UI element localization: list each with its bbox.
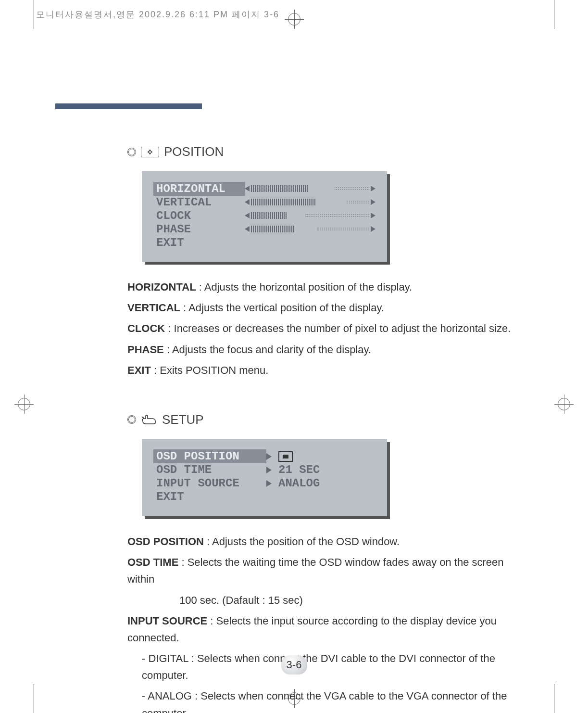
page-number: 3-6	[281, 655, 307, 675]
osd-value: ANALOG	[278, 477, 320, 490]
desc-line: OSD POSITION : Adjusts the position of t…	[127, 533, 526, 550]
arrow-right-icon	[371, 186, 375, 191]
osd-value: 21 SEC	[278, 463, 320, 476]
osd-row-horizontal[interactable]: HORIZONTAL	[153, 182, 375, 195]
print-header: 모니터사용설명서,영문 2002.9.26 6:11 PM 페이지 3-6	[36, 9, 279, 20]
slider[interactable]	[245, 199, 375, 205]
arrow-left-icon	[245, 199, 250, 205]
osd-label: VERTICAL	[153, 195, 245, 209]
arrow-right-icon	[371, 226, 375, 232]
desc-line: INPUT SOURCE : Selects the input source …	[127, 612, 526, 646]
arrow-right-icon	[266, 453, 272, 460]
desc-line: OSD TIME : Selects the waiting time the …	[127, 554, 526, 587]
desc-line: CLOCK : Increases or decreases the numbe…	[127, 320, 526, 337]
osd-label: CLOCK	[153, 209, 245, 223]
registration-mark-left	[14, 395, 34, 414]
slider[interactable]	[245, 212, 375, 219]
desc-line: VERTICAL : Adjusts the vertical position…	[127, 299, 526, 316]
osd-label: HORIZONTAL	[153, 182, 245, 196]
bullet-ring-icon	[127, 148, 136, 156]
osd-row-osd-time[interactable]: OSD TIME 21 SEC	[153, 463, 375, 477]
osd-row-phase[interactable]: PHASE	[153, 222, 375, 236]
arrow-left-icon	[245, 186, 250, 191]
osd-label: PHASE	[153, 222, 245, 236]
osd-row-clock[interactable]: CLOCK	[153, 209, 375, 222]
arrow-right-icon	[371, 213, 375, 218]
registration-mark-right	[554, 395, 574, 414]
position-title: POSITION	[164, 144, 224, 159]
position-osd-panel: HORIZONTAL VERTICAL CLOCK PHA	[142, 171, 387, 262]
osd-row-vertical[interactable]: VERTICAL	[153, 195, 375, 209]
bullet-ring-icon	[127, 415, 136, 424]
arrow-right-icon	[266, 480, 272, 487]
page-content: ✥ POSITION HORIZONTAL VERTICAL CLOCK	[127, 144, 526, 713]
setup-descriptions: OSD POSITION : Adjusts the position of t…	[127, 533, 526, 713]
desc-line-cont: 100 sec. (Dafault : 15 sec)	[127, 592, 526, 609]
setup-title: SETUP	[162, 412, 204, 427]
move-icon: ✥	[141, 147, 159, 157]
slider[interactable]	[245, 185, 375, 192]
screen-position-icon	[278, 451, 293, 462]
osd-label: EXIT	[153, 236, 245, 250]
setup-section-header: SETUP	[127, 412, 526, 427]
arrow-left-icon	[245, 213, 250, 218]
crop-mark	[34, 0, 34, 29]
crop-mark	[554, 684, 554, 713]
desc-sub-line: - ANALOG : Selects when connect the VGA …	[127, 688, 526, 713]
slider[interactable]	[245, 226, 375, 232]
desc-line: PHASE : Adjusts the focus and clarity of…	[127, 341, 526, 358]
arrow-right-icon	[371, 199, 375, 205]
crop-mark	[554, 0, 554, 29]
osd-row-input-source[interactable]: INPUT SOURCE ANALOG	[153, 477, 375, 490]
osd-row-exit[interactable]: EXIT	[153, 236, 375, 249]
crop-mark	[34, 684, 34, 713]
osd-row-exit[interactable]: EXIT	[153, 490, 375, 504]
desc-sub-line: - DIGITAL : Selects when connect the DVI…	[127, 650, 526, 684]
desc-line: HORIZONTAL : Adjusts the horizontal posi…	[127, 279, 526, 295]
desc-line: EXIT : Exits POSITION menu.	[127, 362, 526, 379]
decorative-bar	[55, 103, 202, 109]
osd-label: EXIT	[153, 490, 266, 504]
osd-label: OSD POSITION	[153, 449, 266, 463]
arrow-right-icon	[266, 467, 272, 473]
position-section-header: ✥ POSITION	[127, 144, 526, 159]
hand-icon	[141, 414, 157, 425]
setup-osd-panel: OSD POSITION OSD TIME 21 SEC INPUT SOURC…	[142, 439, 387, 516]
arrow-left-icon	[245, 226, 250, 232]
registration-mark-top	[285, 10, 304, 29]
osd-label: INPUT SOURCE	[153, 476, 266, 490]
osd-label: OSD TIME	[153, 463, 266, 477]
position-descriptions: HORIZONTAL : Adjusts the horizontal posi…	[127, 279, 526, 379]
osd-row-osd-position[interactable]: OSD POSITION	[153, 450, 375, 463]
